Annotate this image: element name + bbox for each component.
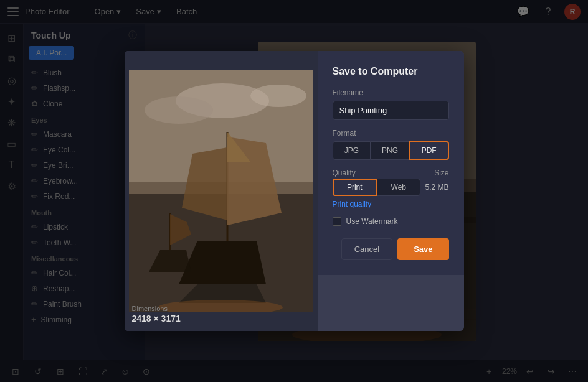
modal-container: Dimensions 2418 × 3171 Save to Computer … bbox=[125, 51, 464, 331]
watermark-row: Use Watermark bbox=[333, 217, 449, 226]
format-pdf-button[interactable]: PDF bbox=[409, 141, 449, 160]
quality-label: Quality bbox=[333, 169, 379, 177]
modal-photo-preview: Dimensions 2418 × 3171 bbox=[125, 51, 318, 331]
filename-input[interactable] bbox=[333, 101, 449, 120]
format-row: JPG PNG PDF bbox=[333, 141, 449, 160]
dimensions-value: 2418 × 3171 bbox=[132, 314, 181, 324]
svg-point-23 bbox=[250, 85, 306, 107]
save-dialog-button[interactable]: Save bbox=[397, 238, 448, 260]
dimensions-block: Dimensions 2418 × 3171 bbox=[132, 305, 181, 324]
quality-web-button[interactable]: Web bbox=[377, 179, 420, 196]
quality-size-header: Quality Size bbox=[333, 169, 449, 177]
quality-print-button[interactable]: Print bbox=[333, 179, 377, 196]
dialog-title: Save to Computer bbox=[333, 66, 449, 77]
quality-buttons: Print Web bbox=[333, 179, 420, 196]
format-png-button[interactable]: PNG bbox=[371, 141, 409, 160]
watermark-checkbox[interactable] bbox=[333, 217, 341, 226]
format-jpg-button[interactable]: JPG bbox=[333, 141, 371, 160]
modal-overlay: Dimensions 2418 × 3171 Save to Computer … bbox=[0, 0, 588, 382]
watermark-label: Use Watermark bbox=[346, 217, 398, 226]
cancel-button[interactable]: Cancel bbox=[341, 238, 392, 260]
ship-preview-svg bbox=[129, 70, 313, 312]
format-label: Format bbox=[333, 129, 449, 137]
modal-dialog: Save to Computer Filename Format JPG PNG… bbox=[318, 51, 464, 275]
svg-point-22 bbox=[145, 96, 213, 124]
filename-label: Filename bbox=[333, 88, 449, 97]
print-quality-link[interactable]: Print quality bbox=[333, 200, 449, 208]
dialog-actions: Cancel Save bbox=[333, 238, 449, 260]
size-label: Size bbox=[434, 169, 448, 177]
size-value: 5.2 MB bbox=[425, 183, 448, 192]
dimensions-label: Dimensions bbox=[132, 305, 181, 312]
